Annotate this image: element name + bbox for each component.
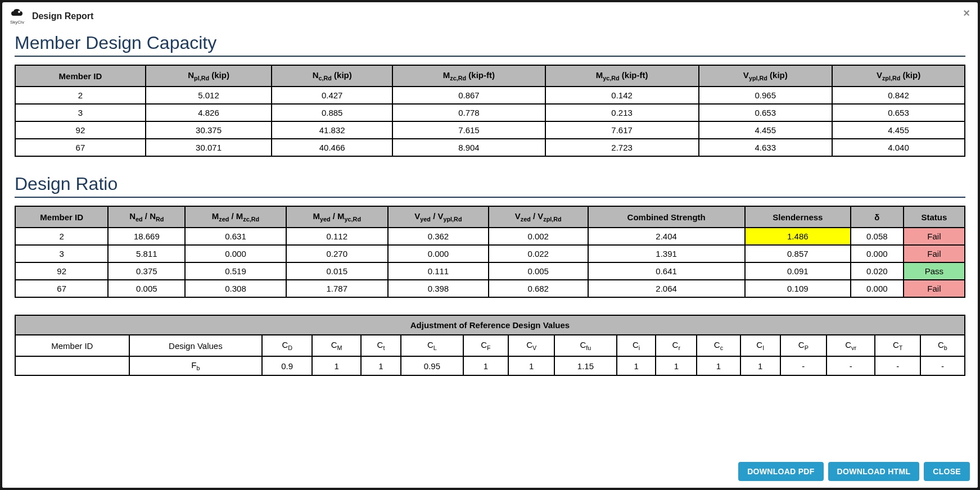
col-ct: Ct — [361, 335, 401, 356]
cell: 4.633 — [699, 139, 832, 156]
col-cT: CT — [875, 335, 920, 356]
cell: 0.091 — [745, 262, 851, 280]
cell: 7.617 — [545, 121, 699, 139]
adjustment-title: Adjustment of Reference Design Values — [15, 315, 965, 335]
cell: 2 — [15, 87, 146, 104]
section-capacity-title: Member Design Capacity — [15, 33, 965, 57]
cell: 2.404 — [588, 228, 745, 245]
cell: 0.000 — [851, 280, 904, 297]
cell: 0.015 — [286, 262, 388, 280]
download-html-button[interactable]: DOWNLOAD HTML — [828, 462, 920, 481]
cell: 0.398 — [388, 280, 489, 297]
cell: 0.112 — [286, 228, 388, 245]
cell: 0.885 — [272, 104, 392, 121]
logo-text: SkyCiv — [10, 20, 24, 25]
status-cell: Fail — [904, 280, 965, 297]
col-mzc-rd: Mzc,Rd (kip-ft) — [392, 65, 545, 87]
table-row: Fb0.9110.95111.151111---- — [15, 356, 965, 375]
cell: 0.308 — [185, 280, 286, 297]
adjustment-table: Adjustment of Reference Design Values Me… — [15, 315, 965, 376]
cell: 1.486 — [745, 228, 851, 245]
table-header-row: Member ID Design Values CD CM Ct CL CF C… — [15, 335, 965, 356]
cell: 4.826 — [146, 104, 272, 121]
cell: 0.427 — [272, 87, 392, 104]
col-nc-rd: Nc,Rd (kip) — [272, 65, 392, 87]
design-report-modal: SkyCiv Design Report × Member Design Cap… — [2, 2, 978, 488]
cell: 0.519 — [185, 262, 286, 280]
cell: 2.723 — [545, 139, 699, 156]
col-member-id: Member ID — [15, 65, 146, 87]
cell: 30.071 — [146, 139, 272, 156]
cell: 40.466 — [272, 139, 392, 156]
col-cfu: Cfu — [554, 335, 617, 356]
col-cm: CM — [312, 335, 361, 356]
col-cv: CV — [508, 335, 554, 356]
close-button[interactable]: CLOSE — [924, 462, 970, 481]
cell: 1 — [463, 356, 508, 375]
cell: 0.653 — [699, 104, 832, 121]
cell: 1 — [656, 356, 697, 375]
col-vzed-vzplrd: Vzed / Vzpl,Rd — [489, 206, 588, 228]
cell: 1 — [361, 356, 401, 375]
col-status: Status — [904, 206, 965, 228]
col-cp: CP — [780, 335, 827, 356]
col-cl: CL — [401, 335, 463, 356]
cell: 0.111 — [388, 262, 489, 280]
svg-point-0 — [18, 11, 20, 13]
close-icon[interactable]: × — [963, 7, 970, 20]
cell: - — [827, 356, 875, 375]
modal-title: Design Report — [32, 11, 93, 21]
cell: 1 — [697, 356, 740, 375]
cell: 4.455 — [832, 121, 965, 139]
cell: 1 — [508, 356, 554, 375]
col-npl-rd: Npl,Rd (kip) — [146, 65, 272, 87]
cell: 0.022 — [489, 245, 588, 262]
col-myed-mycrd: Myed / Myc,Rd — [286, 206, 388, 228]
cell: 5.811 — [108, 245, 185, 262]
col-mzed-mzcrd: Mzed / Mzc,Rd — [185, 206, 286, 228]
status-cell: Fail — [904, 245, 965, 262]
table-row: 6730.07140.4668.9042.7234.6334.040 — [15, 139, 965, 156]
cell: 0.867 — [392, 87, 545, 104]
table-header-row: Member ID Ned / NRd Mzed / Mzc,Rd Myed /… — [15, 206, 965, 228]
col-cr: Cr — [656, 335, 697, 356]
cell: 1.15 — [554, 356, 617, 375]
cell: 0.965 — [699, 87, 832, 104]
cell: 4.040 — [832, 139, 965, 156]
table-header-row: Member ID Npl,Rd (kip) Nc,Rd (kip) Mzc,R… — [15, 65, 965, 87]
col-ci: Ci — [617, 335, 656, 356]
cell: 0.000 — [185, 245, 286, 262]
download-pdf-button[interactable]: DOWNLOAD PDF — [738, 462, 823, 481]
cell: 7.615 — [392, 121, 545, 139]
logo: SkyCiv — [10, 8, 24, 25]
cell: 0.270 — [286, 245, 388, 262]
cell: 0.005 — [108, 280, 185, 297]
cell: - — [780, 356, 827, 375]
report-content[interactable]: Member Design Capacity Member ID Npl,Rd … — [2, 29, 978, 456]
cell: 30.375 — [146, 121, 272, 139]
cell: 67 — [15, 139, 146, 156]
col-vzpl-rd: Vzpl,Rd (kip) — [832, 65, 965, 87]
cell: 0.109 — [745, 280, 851, 297]
cell: 2.064 — [588, 280, 745, 297]
col-member-id: Member ID — [15, 206, 108, 228]
cell: 0.653 — [832, 104, 965, 121]
col-member-id: Member ID — [15, 335, 129, 356]
cell: 0.058 — [851, 228, 904, 245]
section-ratio-title: Design Ratio — [15, 174, 965, 198]
cell: 1.787 — [286, 280, 388, 297]
col-design-values: Design Values — [129, 335, 262, 356]
cell: 5.012 — [146, 87, 272, 104]
cloud-icon — [10, 8, 24, 20]
cell: 41.832 — [272, 121, 392, 139]
cell: - — [875, 356, 920, 375]
table-row: 218.6690.6310.1120.3620.0022.4041.4860.0… — [15, 228, 965, 245]
cell: 0.000 — [851, 245, 904, 262]
cell: 0.375 — [108, 262, 185, 280]
col-cvr: Cvr — [827, 335, 875, 356]
col-vyed-vyplrd: Vyed / Vypl,Rd — [388, 206, 489, 228]
cell: 92 — [15, 262, 108, 280]
cell: 3 — [15, 104, 146, 121]
table-row: 920.3750.5190.0150.1110.0050.6410.0910.0… — [15, 262, 965, 280]
cell: 0.020 — [851, 262, 904, 280]
